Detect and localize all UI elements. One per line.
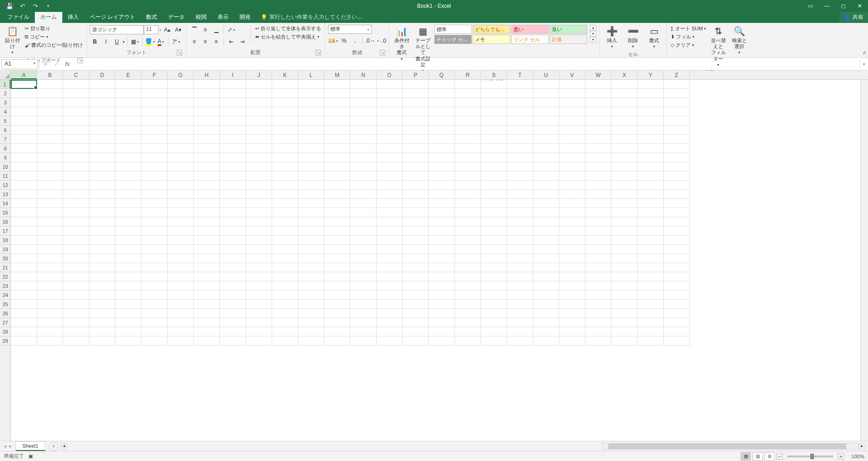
cell-M29[interactable] [324,336,350,346]
cell-L23[interactable] [298,281,324,291]
cell-S25[interactable] [481,300,507,309]
cell-N26[interactable] [350,309,377,318]
cell-Y16[interactable] [638,217,664,226]
cell-B29[interactable] [37,336,63,346]
cell-N6[interactable] [350,126,377,135]
cell-V24[interactable] [559,291,585,300]
format-as-table-button[interactable]: ▦ テーブルとして 書式設定▾ [413,25,432,74]
cell-H19[interactable] [194,245,220,254]
cell-N13[interactable] [350,190,377,199]
cell-K19[interactable] [272,245,298,254]
cell-C23[interactable] [63,281,89,291]
cell-L8[interactable] [298,144,324,153]
cell-K2[interactable] [272,89,298,98]
cells-area[interactable] [11,80,860,441]
cell-Y25[interactable] [638,300,664,309]
cell-D15[interactable] [89,208,115,217]
cell-J3[interactable] [246,98,272,107]
cell-V23[interactable] [559,281,585,291]
row-header-1[interactable]: 1 [0,80,11,89]
cell-A23[interactable] [11,281,37,291]
cell-O4[interactable] [377,107,403,116]
cell-Y27[interactable] [638,318,664,327]
cell-Z15[interactable] [664,208,690,217]
cell-E8[interactable] [115,144,142,153]
cell-A21[interactable] [11,263,37,272]
cell-G9[interactable] [168,153,194,162]
cell-H2[interactable] [194,89,220,98]
cell-C1[interactable] [63,80,89,89]
cell-Q19[interactable] [429,245,455,254]
cell-I26[interactable] [220,309,246,318]
cell-O5[interactable] [377,116,403,126]
cell-Z4[interactable] [664,107,690,116]
cell-W27[interactable] [585,318,611,327]
name-box[interactable]: A1 [1,59,38,69]
cell-Q17[interactable] [429,226,455,236]
cell-U20[interactable] [533,254,559,263]
cell-O3[interactable] [377,98,403,107]
cell-F8[interactable] [142,144,168,153]
cell-C14[interactable] [63,199,89,208]
cell-B20[interactable] [37,254,63,263]
clear-button[interactable]: ◇クリア▾ [670,41,707,49]
cell-N1[interactable] [350,80,377,89]
cell-M18[interactable] [324,236,350,245]
decrease-indent-button[interactable]: ⇤ [226,37,236,47]
cell-K14[interactable] [272,199,298,208]
cell-Q29[interactable] [429,336,455,346]
cell-H24[interactable] [194,291,220,300]
cell-X22[interactable] [611,272,638,281]
col-header-X[interactable]: X [611,71,638,79]
cell-W14[interactable] [585,199,611,208]
cell-B25[interactable] [37,300,63,309]
cell-C22[interactable] [63,272,89,281]
cell-L4[interactable] [298,107,324,116]
cell-M13[interactable] [324,190,350,199]
cell-O16[interactable] [377,217,403,226]
cell-N12[interactable] [350,181,377,190]
cell-G17[interactable] [168,226,194,236]
cell-L12[interactable] [298,181,324,190]
cell-T19[interactable] [507,245,533,254]
cell-T22[interactable] [507,272,533,281]
tab-formulas[interactable]: 数式 [141,11,163,23]
cell-W18[interactable] [585,236,611,245]
cell-I9[interactable] [220,153,246,162]
cell-E6[interactable] [115,126,142,135]
cell-P15[interactable] [403,208,429,217]
cell-N22[interactable] [350,272,377,281]
page-break-view-button[interactable]: ⊞ [764,452,775,461]
cell-P16[interactable] [403,217,429,226]
cell-K29[interactable] [272,336,298,346]
cell-T8[interactable] [507,144,533,153]
new-sheet-button[interactable]: + [49,442,58,451]
cell-S21[interactable] [481,263,507,272]
cell-H1[interactable] [194,80,220,89]
cell-C5[interactable] [63,116,89,126]
cell-C25[interactable] [63,300,89,309]
cell-W20[interactable] [585,254,611,263]
cell-M21[interactable] [324,263,350,272]
cell-C24[interactable] [63,291,89,300]
cell-W2[interactable] [585,89,611,98]
cell-H26[interactable] [194,309,220,318]
select-all-corner[interactable] [0,71,11,79]
number-dialog-launcher[interactable]: ↘ [380,50,385,55]
cell-D5[interactable] [89,116,115,126]
cell-O12[interactable] [377,181,403,190]
cell-W29[interactable] [585,336,611,346]
cell-B12[interactable] [37,181,63,190]
cell-V3[interactable] [559,98,585,107]
cell-Y14[interactable] [638,199,664,208]
cell-I29[interactable] [220,336,246,346]
underline-button[interactable]: U [112,37,122,47]
cell-R2[interactable] [455,89,481,98]
gallery-more[interactable]: ▾ [590,37,596,43]
cell-M20[interactable] [324,254,350,263]
cell-W21[interactable] [585,263,611,272]
cell-U9[interactable] [533,153,559,162]
cell-S6[interactable] [481,126,507,135]
number-format-select[interactable]: 標準 [328,25,372,34]
cell-O26[interactable] [377,309,403,318]
